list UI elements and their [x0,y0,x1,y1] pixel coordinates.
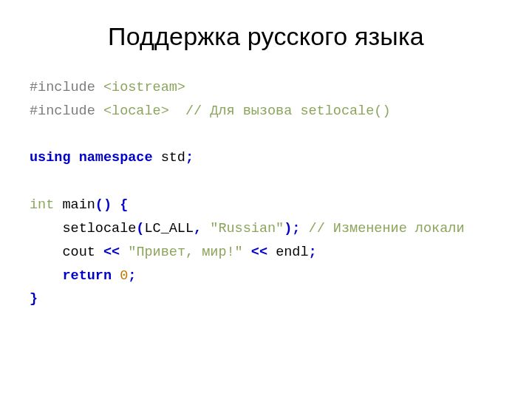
spacer [169,103,185,119]
identifier-cout: cout [62,245,95,260]
identifier-main: main [62,197,95,213]
code-line-6: cout << "Привет, мир!" << endl; [30,245,317,260]
spacer [300,221,308,236]
paren-close: ) [284,221,292,236]
spacer [202,221,210,236]
identifier-endl: endl [276,245,308,260]
preprocessor-directive: #include [30,80,103,95]
header-iostream: <iostream> [103,80,185,95]
code-line-3: using namespace std; [30,150,194,166]
identifier-setlocale: setlocale [62,221,136,236]
string-russian: "Russian" [210,221,284,236]
semicolon: ; [309,245,317,260]
code-line-8: } [30,291,38,307]
keyword-using: using [30,150,71,166]
indent [30,221,62,236]
comma: , [194,221,202,236]
code-line-4: int main() { [30,197,128,213]
paren-open: ( [136,221,144,236]
indent [30,268,62,284]
spacer [120,245,128,260]
keyword-namespace: namespace [79,150,153,166]
code-block: #include <iostream> #include <locale> //… [30,76,502,311]
spacer [112,197,120,213]
spacer [153,150,161,166]
spacer [112,268,120,284]
spacer [54,197,62,213]
type-int: int [30,197,54,213]
identifier-std: std [161,150,185,166]
semicolon: ; [128,268,136,284]
spacer [95,245,103,260]
parentheses: () [95,197,112,213]
semicolon: ; [292,221,300,236]
code-line-7: return 0; [30,268,136,284]
code-line-2: #include <locale> // Для вызова setlocal… [30,103,391,119]
semicolon: ; [185,150,194,166]
keyword-return: return [62,268,112,284]
spacer [71,150,79,166]
slide-title: Поддержка русского языка [30,22,502,51]
comment: // Изменение локали [309,221,465,236]
identifier-lc-all: LC_ALL [144,221,194,236]
header-locale: <locale> [103,103,169,119]
string-hello-world: "Привет, мир!" [128,245,242,260]
indent [30,245,62,260]
operator-insertion: << [103,245,120,260]
comment: // Для вызова setlocale() [185,103,391,119]
slide: Поддержка русского языка #include <iostr… [0,0,532,399]
brace-close: } [30,291,38,307]
number-zero: 0 [120,268,128,284]
preprocessor-directive: #include [30,103,103,119]
spacer [243,245,251,260]
code-line-5: setlocale(LC_ALL, "Russian"); // Изменен… [30,221,464,236]
spacer [267,245,276,260]
code-line-1: #include <iostream> [30,80,185,95]
brace-open: { [120,197,128,213]
operator-insertion: << [251,245,267,260]
